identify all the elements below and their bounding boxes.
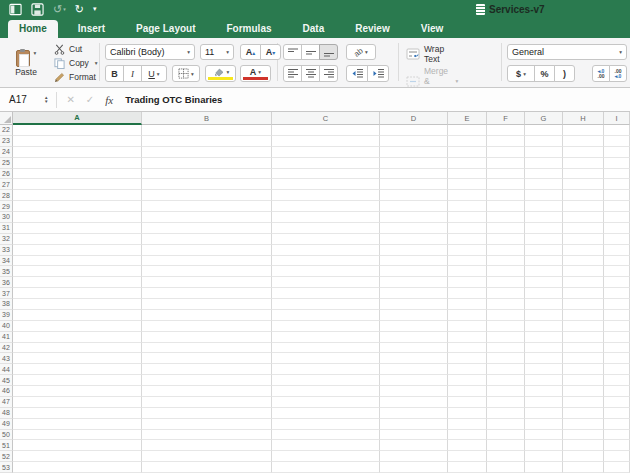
cell-d25[interactable] <box>380 158 448 169</box>
cell-c29[interactable] <box>272 201 380 212</box>
cell-d30[interactable] <box>380 212 448 223</box>
cell-a47[interactable] <box>13 397 142 408</box>
column-header-c[interactable]: C <box>272 112 380 125</box>
cell-a23[interactable] <box>13 136 142 147</box>
cell-a36[interactable] <box>13 277 142 288</box>
cell-f32[interactable] <box>487 234 525 245</box>
cell-i44[interactable] <box>604 364 630 375</box>
cell-e50[interactable] <box>448 430 487 441</box>
cell-a42[interactable] <box>13 343 142 354</box>
cell-f50[interactable] <box>487 430 525 441</box>
cell-f45[interactable] <box>487 375 525 386</box>
cell-f53[interactable] <box>487 462 525 473</box>
italic-button[interactable]: I <box>123 65 142 82</box>
cell-b41[interactable] <box>142 332 272 343</box>
cell-e22[interactable] <box>448 125 487 136</box>
bold-button[interactable]: B <box>105 65 124 82</box>
cell-f40[interactable] <box>487 321 525 332</box>
cell-d35[interactable] <box>380 266 448 277</box>
cell-a52[interactable] <box>13 451 142 462</box>
copy-button[interactable]: Copy ▾ <box>54 57 98 70</box>
cell-e33[interactable] <box>448 245 487 256</box>
comma-format-button[interactable]: ) <box>554 65 575 82</box>
cell-e40[interactable] <box>448 321 487 332</box>
cell-e23[interactable] <box>448 136 487 147</box>
align-bottom-button[interactable] <box>319 44 338 60</box>
tab-page-layout[interactable]: Page Layout <box>125 20 206 38</box>
cell-f46[interactable] <box>487 386 525 397</box>
column-header-e[interactable]: E <box>448 112 487 125</box>
cell-i47[interactable] <box>604 397 630 408</box>
cell-c49[interactable] <box>272 419 380 430</box>
cell-e38[interactable] <box>448 299 487 310</box>
cell-a35[interactable] <box>13 266 142 277</box>
cell-e25[interactable] <box>448 158 487 169</box>
cell-i27[interactable] <box>604 179 630 190</box>
cell-i48[interactable] <box>604 408 630 419</box>
cell-h25[interactable] <box>563 158 604 169</box>
cell-f36[interactable] <box>487 277 525 288</box>
row-header-51[interactable]: 51 <box>0 440 13 451</box>
cell-c36[interactable] <box>272 277 380 288</box>
cell-b50[interactable] <box>142 430 272 441</box>
cell-a43[interactable] <box>13 353 142 364</box>
cell-h22[interactable] <box>563 125 604 136</box>
cell-c38[interactable] <box>272 299 380 310</box>
row-header-41[interactable]: 41 <box>0 332 13 343</box>
cell-a46[interactable] <box>13 386 142 397</box>
row-header-28[interactable]: 28 <box>0 190 13 201</box>
cell-a50[interactable] <box>13 430 142 441</box>
cell-e47[interactable] <box>448 397 487 408</box>
cell-d38[interactable] <box>380 299 448 310</box>
row-header-43[interactable]: 43 <box>0 353 13 364</box>
cell-a37[interactable] <box>13 288 142 299</box>
cell-i52[interactable] <box>604 451 630 462</box>
cell-i28[interactable] <box>604 190 630 201</box>
cell-d29[interactable] <box>380 201 448 212</box>
cell-e53[interactable] <box>448 462 487 473</box>
cell-i49[interactable] <box>604 419 630 430</box>
cell-g26[interactable] <box>525 169 563 180</box>
cell-h33[interactable] <box>563 245 604 256</box>
cell-f51[interactable] <box>487 440 525 451</box>
cell-e45[interactable] <box>448 375 487 386</box>
cell-d46[interactable] <box>380 386 448 397</box>
cell-h36[interactable] <box>563 277 604 288</box>
cell-b53[interactable] <box>142 462 272 473</box>
cell-a24[interactable] <box>13 147 142 158</box>
cell-g29[interactable] <box>525 201 563 212</box>
cell-h31[interactable] <box>563 223 604 234</box>
cell-e46[interactable] <box>448 386 487 397</box>
cell-c42[interactable] <box>272 343 380 354</box>
cell-d52[interactable] <box>380 451 448 462</box>
cell-c52[interactable] <box>272 451 380 462</box>
cell-c23[interactable] <box>272 136 380 147</box>
cell-h43[interactable] <box>563 353 604 364</box>
cell-i22[interactable] <box>604 125 630 136</box>
column-header-f[interactable]: F <box>487 112 525 125</box>
paste-button[interactable]: ▾ Paste <box>6 41 46 85</box>
cell-i30[interactable] <box>604 212 630 223</box>
row-header-50[interactable]: 50 <box>0 430 13 441</box>
row-header-31[interactable]: 31 <box>0 223 13 234</box>
cell-f49[interactable] <box>487 419 525 430</box>
cell-d51[interactable] <box>380 440 448 451</box>
row-header-22[interactable]: 22 <box>0 125 13 136</box>
cell-e27[interactable] <box>448 179 487 190</box>
cell-f26[interactable] <box>487 169 525 180</box>
decrease-decimal-button[interactable]: .00 ◂.0 <box>609 65 627 82</box>
cell-h38[interactable] <box>563 299 604 310</box>
cell-f22[interactable] <box>487 125 525 136</box>
cell-g37[interactable] <box>525 288 563 299</box>
increase-font-size-button[interactable]: A ▴ <box>240 44 261 60</box>
cell-d22[interactable] <box>380 125 448 136</box>
cell-b37[interactable] <box>142 288 272 299</box>
fill-color-button[interactable]: ▾ <box>205 65 236 82</box>
cell-d26[interactable] <box>380 169 448 180</box>
copy-chevron-icon[interactable]: ▾ <box>95 60 98 66</box>
cell-c48[interactable] <box>272 408 380 419</box>
align-center-button[interactable] <box>301 65 320 82</box>
cell-e52[interactable] <box>448 451 487 462</box>
cell-b39[interactable] <box>142 310 272 321</box>
cell-c37[interactable] <box>272 288 380 299</box>
